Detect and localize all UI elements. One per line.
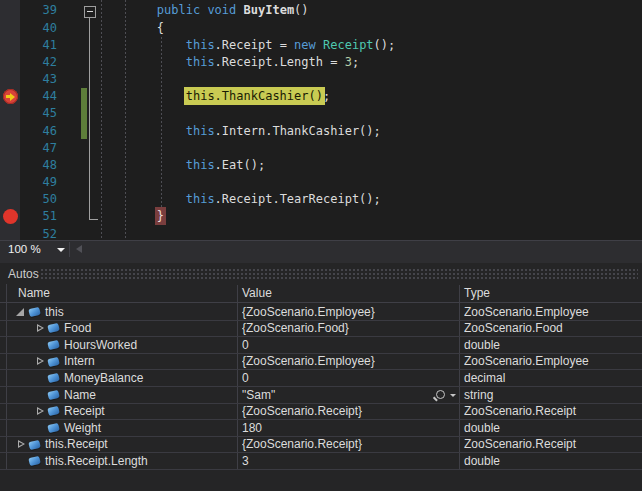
column-header-name[interactable]: Name: [18, 286, 50, 300]
cell-name: this: [7, 304, 244, 320]
line-number: 51: [20, 208, 57, 225]
expander-icon[interactable]: [14, 437, 28, 451]
scroll-left-icon[interactable]: [76, 245, 82, 253]
expander-icon[interactable]: [33, 354, 47, 368]
line-number: 40: [20, 20, 57, 37]
outlining-line: [89, 17, 90, 219]
code-line[interactable]: 44 this.ThankCashier();: [0, 88, 642, 106]
code-line[interactable]: 45: [0, 105, 642, 123]
code-text: this.ThankCashier();: [99, 88, 330, 105]
code-line[interactable]: 40 {: [0, 20, 642, 38]
line-number: 44: [20, 88, 57, 105]
code-text: this.Receipt.TearReceipt();: [99, 191, 381, 208]
autos-row[interactable]: MoneyBalance0decimal: [0, 370, 642, 387]
variable-value[interactable]: {ZooScenario.Receipt}: [242, 404, 432, 419]
line-number: 50: [20, 191, 57, 208]
field-icon: [47, 356, 59, 366]
chevron-down-icon[interactable]: [450, 394, 456, 397]
expander-spacer: [33, 421, 47, 435]
code-text: this.Eat();: [99, 157, 265, 174]
code-line[interactable]: 39 public void BuyItem(): [0, 2, 642, 20]
cell-name: Intern: [7, 353, 263, 369]
editor-bottom-strip: 100 %: [0, 240, 642, 263]
grid-header: NameValueType: [0, 284, 642, 303]
variable-type: double: [464, 421, 639, 436]
expander-icon[interactable]: [14, 305, 28, 319]
code-line[interactable]: 48 this.Eat();: [0, 157, 642, 175]
autos-row[interactable]: HoursWorked0double: [0, 337, 642, 354]
title-grip-texture: [40, 268, 638, 280]
variable-type: double: [464, 454, 639, 469]
code-line[interactable]: 42 this.Receipt.Length = 3;: [0, 54, 642, 72]
code-line[interactable]: 50 this.Receipt.TearReceipt();: [0, 191, 642, 209]
autos-row[interactable]: Weight180double: [0, 420, 642, 437]
variable-name: this: [45, 305, 64, 319]
variable-value[interactable]: {ZooScenario.Food}: [242, 321, 432, 336]
autos-row[interactable]: this.Receipt.Length3double: [0, 453, 642, 470]
field-icon: [47, 390, 59, 400]
expander-spacer: [33, 371, 47, 385]
variable-type: ZooScenario.Receipt: [464, 437, 639, 452]
expander-icon[interactable]: [33, 321, 47, 335]
code-text: {: [99, 20, 164, 37]
code-editor[interactable]: 39 public void BuyItem()40 {41 this.Rece…: [0, 0, 642, 240]
field-icon: [47, 323, 59, 333]
line-number: 45: [20, 105, 57, 122]
expander-icon[interactable]: [33, 404, 47, 418]
variable-value[interactable]: 3: [242, 454, 432, 469]
code-line[interactable]: 47: [0, 140, 642, 158]
autos-row[interactable]: Receipt{ZooScenario.Receipt}ZooScenario.…: [0, 403, 642, 420]
cell-name: HoursWorked: [7, 337, 263, 353]
code-line[interactable]: 51 }: [0, 208, 642, 226]
code-text: this.Receipt = new Receipt();: [99, 37, 395, 54]
line-number: 48: [20, 157, 57, 174]
autos-row[interactable]: Food{ZooScenario.Food}ZooScenario.Food: [0, 320, 642, 337]
column-header-type[interactable]: Type: [464, 286, 490, 300]
variable-value[interactable]: {ZooScenario.Employee}: [242, 354, 432, 369]
line-number: 43: [20, 71, 57, 88]
variable-value[interactable]: 180: [242, 421, 432, 436]
variable-type: ZooScenario.Receipt: [464, 404, 639, 419]
variable-name: HoursWorked: [64, 338, 137, 352]
variable-value[interactable]: "Sam": [242, 388, 432, 403]
variable-value[interactable]: 0: [242, 338, 432, 353]
autos-row[interactable]: this{ZooScenario.Employee}ZooScenario.Em…: [0, 304, 642, 321]
field-icon: [28, 439, 40, 449]
code-text: }: [99, 208, 164, 225]
magnifier-icon[interactable]: [436, 390, 445, 399]
cell-name: this.Receipt: [7, 436, 244, 452]
field-icon: [47, 340, 59, 350]
collapse-minus-icon[interactable]: [84, 6, 96, 18]
cell-name: Name: [7, 387, 263, 403]
variable-type: string: [464, 388, 639, 403]
field-icon: [28, 307, 40, 317]
autos-row[interactable]: Name"Sam"string: [0, 387, 642, 404]
code-line[interactable]: 46 this.Intern.ThankCashier();: [0, 123, 642, 141]
code-line[interactable]: 52: [0, 226, 642, 240]
variable-name: Weight: [64, 421, 101, 435]
zoom-level-value: 100 %: [8, 241, 41, 258]
variable-name: this.Receipt: [45, 437, 108, 451]
variable-value[interactable]: 0: [242, 371, 432, 386]
field-icon: [47, 406, 59, 416]
indent-guide: [161, 37, 162, 208]
variable-value[interactable]: {ZooScenario.Receipt}: [242, 437, 432, 452]
code-line[interactable]: 41 this.Receipt = new Receipt();: [0, 37, 642, 55]
autos-title-bar[interactable]: Autos: [0, 263, 642, 284]
text-visualizer-control[interactable]: [434, 390, 458, 402]
variable-name: MoneyBalance: [64, 371, 143, 385]
field-icon: [28, 456, 40, 466]
code-line[interactable]: 49: [0, 174, 642, 192]
vs-debugger-window: 39 public void BuyItem()40 {41 this.Rece…: [0, 0, 642, 491]
code-line[interactable]: 43: [0, 71, 642, 89]
column-header-value[interactable]: Value: [242, 286, 272, 300]
indent-guide: [125, 0, 126, 240]
autos-row[interactable]: Intern{ZooScenario.Employee}ZooScenario.…: [0, 353, 642, 370]
autos-panel: Autos NameValueType this{ZooScenario.Emp…: [0, 263, 642, 491]
cell-name: Food: [7, 320, 263, 336]
outlining-line-end: [89, 219, 98, 220]
variable-value[interactable]: {ZooScenario.Employee}: [242, 305, 432, 320]
code-text: public void BuyItem(): [99, 2, 309, 19]
autos-row[interactable]: this.Receipt{ZooScenario.Receipt}ZooScen…: [0, 436, 642, 453]
zoom-dropdown[interactable]: 100 %: [0, 241, 68, 258]
